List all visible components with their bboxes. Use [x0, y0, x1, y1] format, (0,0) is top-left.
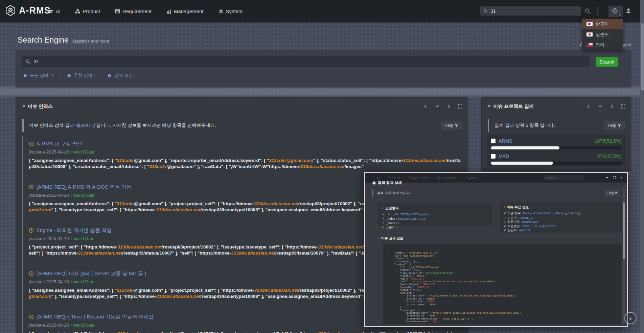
chevron-left-icon[interactable]: [423, 104, 428, 109]
filter-0[interactable]: 모든 날짜▼: [22, 72, 61, 78]
field-value: gkfn185: [519, 229, 530, 232]
nav-item-system[interactable]: System: [218, 8, 243, 14]
clock-icon: [29, 185, 34, 190]
issue-index-panel-header: 이슈 인덱스: [16, 98, 468, 115]
language-option-kr[interactable]: 한국어: [582, 19, 623, 29]
expand-icon[interactable]: [458, 104, 462, 109]
nav-item-label: System: [226, 8, 243, 14]
issue-result-title-link[interactable]: [ARMS-REQ] 서버 관리 ( Server 모듈 및 IaC 등 ): [37, 270, 146, 277]
brand-logo[interactable]: A-RMS: [5, 5, 51, 16]
search-detail-modal: AiProductRequirementManagementSystem Sea…: [364, 172, 628, 327]
fixed-fields-list: ✓_id : puN_YZYBaKa7OYiqwshw✓_index : jir…: [382, 212, 488, 229]
field-label: 이슈 키 :: [508, 216, 520, 219]
issue-result-title-link[interactable]: Engine - 비회원 게시판 샘플 작업: [37, 227, 112, 234]
chevron-down-icon[interactable]: [598, 104, 602, 109]
chart-icon: [166, 9, 171, 14]
check-icon: ✓: [504, 212, 506, 215]
field-value: jiraissue-2025-04-23: [398, 217, 426, 220]
expand-icon[interactable]: [621, 104, 625, 109]
page-scrollbar[interactable]: [640, 0, 644, 333]
help-button[interactable]: Help?: [441, 121, 462, 130]
globe-icon: [612, 8, 618, 14]
navbar-search-input[interactable]: [490, 8, 575, 14]
navbar-search[interactable]: [480, 6, 581, 16]
json-code-line: },: [388, 306, 616, 309]
flag-us-icon: [586, 43, 593, 47]
project-stat-value: 972(47.5%): [597, 153, 622, 159]
cubes-icon: [75, 9, 80, 14]
chevron-right-icon[interactable]: [446, 104, 451, 109]
fixed-field-item: ✓_index : jiraissue-2025-04-23: [382, 217, 488, 221]
project-stat-label[interactable]: ARMS: [499, 138, 512, 144]
field-label: 이슈 제목 :: [508, 212, 523, 215]
issue-result-title-link[interactable]: [ARMS-REQ] ( Time ) Expand 기능을 만들어 주세요: [37, 314, 154, 320]
issue-summary-title: 이슈 주요 정보: [504, 205, 618, 210]
search-button[interactable]: Search: [596, 57, 618, 67]
json-code-line: "self": "https://dmove-313dev.atlassian.…: [388, 280, 616, 283]
json-code-line: "key": "ARMS-20",: [388, 278, 616, 280]
fixed-fields-title: 고정항목: [382, 206, 488, 211]
nav-item-management[interactable]: Management: [166, 8, 204, 14]
help-button[interactable]: Help?: [604, 121, 625, 130]
project-stat-label[interactable]: MAD: [499, 153, 509, 159]
field-value: 2025. 3. 28. 오후 4:02:10: [522, 224, 556, 228]
field-value: Backend - Middle Proxy Redis 초기화 작업: [523, 212, 581, 215]
modal-scrollbar-thumb[interactable]: [623, 203, 625, 259]
help-button[interactable]: Help?: [605, 190, 619, 196]
issue-result-title-row: A-RMS 팀 구성 확인: [29, 140, 462, 147]
json-code-line: "sortValues": [],: [388, 260, 616, 263]
info-accent-bar: [22, 119, 24, 132]
info-accent-bar: [372, 189, 373, 197]
issue-summary-list: ✓이슈 제목 : Backend - Middle Proxy Redis 초기…: [504, 211, 618, 233]
json-code-line: "project_self": "https://dmove-313dev.at…: [388, 294, 616, 297]
chevron-right-icon[interactable]: [610, 104, 614, 109]
filter-1[interactable]: 추천 검색 :: [61, 72, 101, 78]
nav-item-label: Ai: [56, 8, 60, 14]
page-scrollbar-thumb[interactable]: [641, 23, 644, 91]
issue-result-source: jiraissue-2025-04-10: [29, 323, 69, 328]
issue-summary-item: ✓이슈 키 : ARMS-20: [504, 216, 618, 220]
modal-scrollbar[interactable]: [623, 188, 625, 324]
close-icon[interactable]: ×: [620, 176, 622, 179]
search-icon: [26, 59, 31, 64]
search-filters: 모든 날짜▼추천 검색 :검색 조건 :: [22, 71, 141, 79]
issue-detail-code[interactable]: { "index": "jiraissue-2025-04-23", "id":…: [383, 244, 621, 324]
language-button[interactable]: 3: [608, 6, 623, 17]
navbar-search-button[interactable]: [585, 8, 591, 14]
checkbox[interactable]: [491, 154, 496, 159]
check-icon: ✓: [382, 221, 385, 224]
project-stat-row: MAD972(47.5%): [491, 153, 622, 165]
nav-item-product[interactable]: Product: [75, 8, 100, 14]
issue-summary-item: ✓이슈 제목 : Backend - Middle Proxy Redis 초기…: [504, 211, 618, 216]
nav-item-requirement[interactable]: Requirement: [115, 8, 152, 14]
language-option-us[interactable]: 영어: [582, 40, 623, 50]
caret-down-icon: ▼: [51, 74, 54, 77]
panel-controls: [586, 104, 625, 109]
project-aggregate-panel: 이슈 프로젝트 집계 집계 결과 상위 5 항목 입니다. Help? ARMS…: [481, 97, 631, 171]
issue-result-title-link[interactable]: A-RMS 팀 구성 확인: [37, 141, 83, 147]
chevron-left-icon[interactable]: [586, 104, 591, 109]
issue-result-title-link[interactable]: [ARMS-REQ] A-RMS 와 A-DOC 연동 기능: [37, 184, 132, 190]
info-accent-bar: [488, 119, 489, 132]
chevron-down-icon[interactable]: [435, 104, 439, 109]
expand-icon[interactable]: [613, 176, 616, 179]
issue-result-source: jiraissue-2025-04-10: [29, 236, 69, 241]
modal-ghost-nav-item: Requirement: [409, 176, 428, 180]
fixed-fields-panel: 고정항목 ✓_id : puN_YZYBaKa7OYiqwshw✓_index …: [378, 203, 492, 226]
main-search-box[interactable]: [22, 56, 590, 67]
modal-ghost-search: Search: [544, 175, 583, 180]
language-option-jp[interactable]: 일본어: [582, 29, 623, 40]
json-code-line: "issuetype": {: [388, 309, 616, 312]
result-count-link[interactable]: '총2047건': [75, 123, 96, 128]
issue-index-info-row: 이슈 인덱스 검색 결과 '총2047건'입니다. 자세한 정보를 보시려면 해…: [22, 119, 462, 132]
filter-2[interactable]: 검색 조건 :: [101, 72, 141, 78]
issue-result-date-status: Invalid Date: [71, 149, 95, 154]
collapse-icon[interactable]: [605, 176, 608, 179]
search-panel: Search 모든 날짜▼추천 검색 :검색 조건 :: [16, 50, 631, 87]
user-icon[interactable]: [625, 8, 631, 14]
flag-jp-icon: [586, 32, 593, 37]
main-search-input[interactable]: [34, 59, 575, 64]
checkbox[interactable]: [491, 139, 496, 143]
scroll-top-button[interactable]: ▲: [624, 312, 637, 324]
nav-item-ai[interactable]: Ai: [48, 8, 60, 14]
